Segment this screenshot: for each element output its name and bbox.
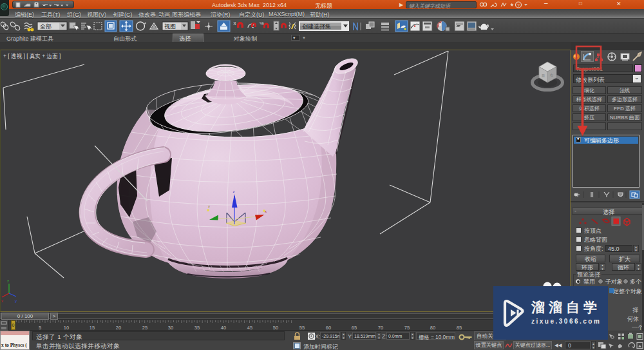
svg-text:x: x bbox=[1, 299, 3, 303]
svg-text:z: z bbox=[233, 190, 235, 193]
svg-text:创建选择集: 创建选择集 bbox=[302, 23, 331, 30]
svg-text:45: 45 bbox=[247, 325, 252, 331]
svg-text:50: 50 bbox=[273, 325, 278, 331]
svg-text:z: z bbox=[7, 279, 9, 283]
svg-text:20: 20 bbox=[116, 325, 121, 331]
svg-text:右: 右 bbox=[550, 73, 553, 77]
svg-text:25: 25 bbox=[142, 325, 147, 331]
svg-text:70: 70 bbox=[378, 325, 383, 331]
svg-text:前: 前 bbox=[542, 73, 545, 77]
svg-text:40: 40 bbox=[221, 325, 226, 331]
svg-text:y: y bbox=[15, 299, 17, 303]
svg-text:x: x bbox=[265, 209, 267, 213]
svg-text:85: 85 bbox=[457, 325, 462, 331]
svg-text:75: 75 bbox=[404, 325, 410, 331]
svg-text:y: y bbox=[208, 204, 210, 208]
svg-text:视图: 视图 bbox=[164, 23, 176, 30]
svg-text:全部: 全部 bbox=[40, 23, 52, 30]
svg-text:15: 15 bbox=[90, 325, 95, 331]
svg-text:?: ? bbox=[517, 3, 520, 8]
svg-text:35: 35 bbox=[194, 325, 200, 331]
svg-text:65: 65 bbox=[352, 325, 357, 331]
svg-text:60: 60 bbox=[326, 325, 331, 331]
svg-text:5: 5 bbox=[39, 325, 41, 331]
svg-text:55: 55 bbox=[299, 325, 305, 331]
svg-text:30: 30 bbox=[168, 325, 173, 331]
svg-text:10: 10 bbox=[64, 325, 69, 331]
svg-text:80: 80 bbox=[430, 325, 435, 331]
svg-text:3: 3 bbox=[233, 21, 236, 26]
